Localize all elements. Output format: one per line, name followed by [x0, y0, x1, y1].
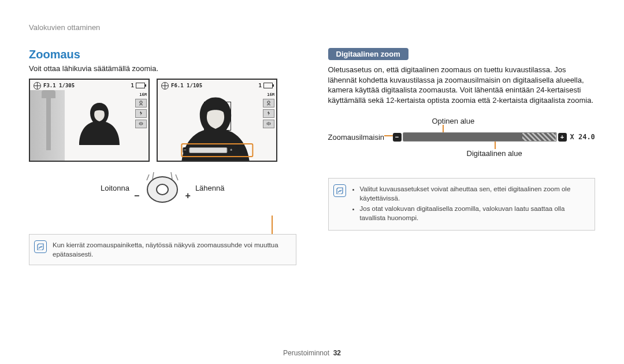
focus-frame — [204, 102, 231, 131]
camera-preview-wide: F3.1 1/305 1 16M — [29, 79, 150, 162]
digital-range-label: Digitaalinen alue — [467, 149, 522, 158]
zoom-in-label: Lähennä — [195, 184, 225, 192]
minus-icon: − — [183, 147, 188, 153]
zoom-heading: Zoomaus — [29, 48, 296, 61]
page-footer: Perustoiminnot 32 — [0, 349, 624, 357]
note-item: Valitut kuvausasetukset voivat aiheuttaa… — [360, 184, 588, 203]
shot-count: 1 — [131, 83, 134, 88]
zoom-intro: Voit ottaa lähikuvia säätämällä zoomia. — [29, 64, 296, 74]
mode-icon — [34, 82, 41, 90]
minus-icon: − — [134, 191, 139, 201]
footer-page: 32 — [333, 349, 341, 357]
exposure-readout: F3.1 1/305 — [43, 83, 75, 88]
minus-icon: − — [393, 133, 402, 142]
callout-line — [384, 135, 393, 136]
callout-line — [495, 141, 496, 149]
zoom-bar: − + X 10.4 — [181, 143, 253, 157]
zoom-indicator-label: Zoomausilmaisin — [328, 133, 385, 142]
breadcrumb: Valokuvien ottaminen — [29, 23, 595, 32]
footer-section: Perustoiminnot — [283, 349, 329, 357]
plus-icon: + — [228, 147, 233, 153]
zoom-out-label: Loitonna — [101, 184, 129, 192]
note-box: Kun kierrät zoomauspainiketta, näytössä … — [29, 234, 296, 265]
shutter-button-illustration: − + — [142, 169, 183, 205]
battery-icon — [136, 83, 145, 88]
plus-icon: + — [558, 133, 567, 142]
callout-line — [443, 125, 444, 133]
plus-icon: + — [185, 191, 191, 201]
zoom-max-value: X 24.0 — [570, 133, 595, 141]
note-icon — [34, 240, 47, 253]
digital-zoom-pill: Digitaalinen zoom — [328, 48, 408, 60]
digital-zoom-para: Oletusasetus on, että digitaalinen zooma… — [328, 65, 596, 105]
camera-preview-zoomed: F6.1 1/105 1 16M — [157, 79, 277, 162]
svg-point-3 — [157, 184, 168, 195]
zoom-ratio-value: X 10.4 — [236, 145, 252, 155]
zoom-indicator-bar: − + X 24.0 — [393, 132, 595, 142]
note-box: Valitut kuvausasetukset voivat aiheuttaa… — [328, 178, 596, 230]
optical-range-label: Optinen alue — [432, 117, 475, 125]
note-item: Jos otat valokuvan digitaalisella zoomil… — [360, 204, 588, 222]
note-text: Kun kierrät zoomauspainiketta, näytössä … — [53, 242, 278, 258]
note-icon — [333, 184, 346, 197]
